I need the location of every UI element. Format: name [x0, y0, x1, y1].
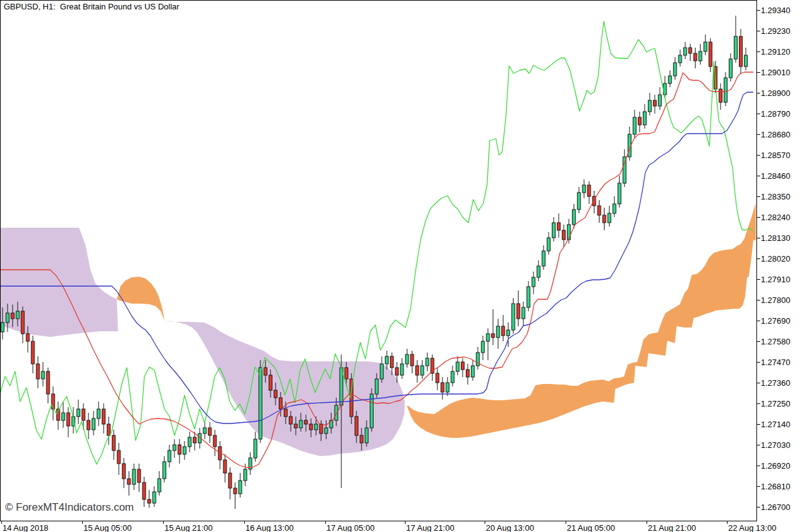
- svg-text:1.26920: 1.26920: [761, 461, 790, 471]
- svg-text:1.28570: 1.28570: [761, 151, 790, 160]
- svg-text:1.28680: 1.28680: [761, 130, 790, 139]
- svg-text:1.28790: 1.28790: [761, 109, 790, 119]
- mt4-chart-window: 1.293401.292301.291201.290101.289001.287…: [0, 0, 801, 532]
- svg-text:1.28020: 1.28020: [761, 254, 790, 263]
- kumo-bullish-main: [407, 203, 756, 438]
- svg-text:21 Aug 21:00: 21 Aug 21:00: [648, 523, 696, 532]
- svg-text:1.27140: 1.27140: [761, 420, 790, 429]
- svg-text:1.29340: 1.29340: [761, 6, 790, 15]
- svg-text:1.27470: 1.27470: [761, 358, 790, 367]
- svg-text:1.29010: 1.29010: [761, 68, 790, 77]
- svg-text:1.28130: 1.28130: [761, 233, 790, 243]
- svg-text:1.29120: 1.29120: [761, 47, 790, 56]
- svg-text:1.27030: 1.27030: [761, 440, 790, 450]
- svg-text:1.28460: 1.28460: [761, 171, 790, 181]
- svg-text:1.28350: 1.28350: [761, 192, 790, 201]
- svg-text:1.27910: 1.27910: [761, 275, 790, 284]
- time-axis[interactable]: 14 Aug 201815 Aug 05:0015 Aug 21:0016 Au…: [2, 521, 777, 532]
- svg-text:1.27360: 1.27360: [761, 378, 790, 388]
- price-axis[interactable]: 1.293401.292301.291201.290101.289001.287…: [756, 6, 790, 512]
- watermark: © ForexMT4Indicators.com: [5, 501, 134, 514]
- svg-text:17 Aug 05:00: 17 Aug 05:00: [326, 523, 375, 532]
- svg-text:22 Aug 13:00: 22 Aug 13:00: [728, 523, 777, 532]
- svg-text:1.29230: 1.29230: [761, 26, 790, 36]
- svg-text:15 Aug 05:00: 15 Aug 05:00: [83, 523, 132, 532]
- ichimoku-cloud-layer: [0, 203, 756, 456]
- price-chart-canvas[interactable]: 1.293401.292301.291201.290101.289001.287…: [0, 0, 801, 532]
- svg-text:20 Aug 13:00: 20 Aug 13:00: [486, 523, 534, 532]
- svg-text:17 Aug 21:00: 17 Aug 21:00: [406, 523, 454, 532]
- svg-text:14 Aug 2018: 14 Aug 2018: [3, 523, 48, 532]
- svg-text:1.27580: 1.27580: [761, 337, 790, 346]
- svg-text:1.28900: 1.28900: [761, 88, 790, 98]
- svg-text:1.26810: 1.26810: [761, 482, 790, 491]
- svg-text:1.28240: 1.28240: [761, 213, 790, 222]
- svg-text:21 Aug 05:00: 21 Aug 05:00: [567, 523, 615, 532]
- kumo-bullish-hump: [117, 277, 164, 321]
- svg-text:1.27690: 1.27690: [761, 316, 790, 326]
- chart-title: GBPUSD, H1: Great Britain Pound vs US Do…: [4, 2, 180, 11]
- svg-text:1.27250: 1.27250: [761, 399, 790, 408]
- svg-text:15 Aug 21:00: 15 Aug 21:00: [164, 523, 213, 532]
- svg-text:16 Aug 13:00: 16 Aug 13:00: [245, 523, 294, 532]
- svg-text:1.27800: 1.27800: [761, 295, 790, 305]
- svg-text:1.26700: 1.26700: [761, 503, 790, 512]
